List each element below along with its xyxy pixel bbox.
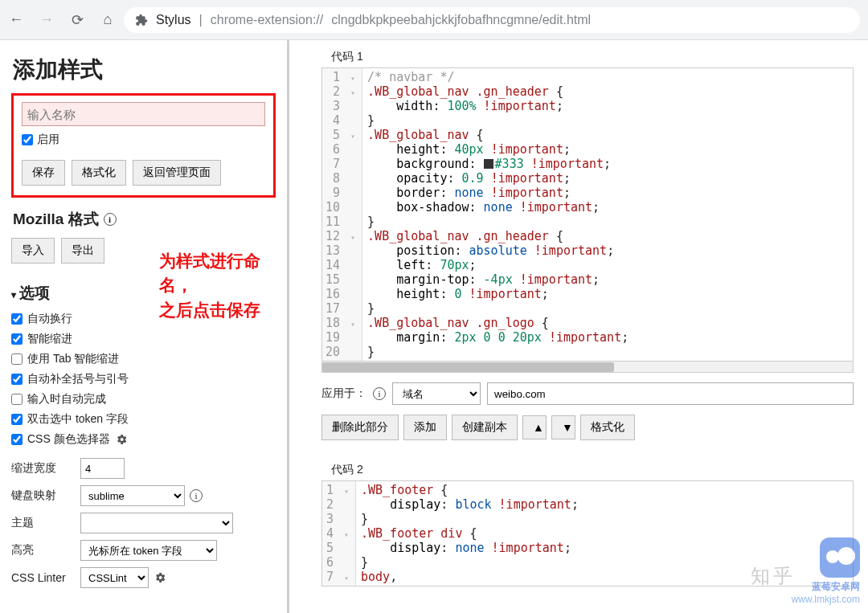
option-label: 双击选中 token 字段 <box>27 412 129 427</box>
addr-sep: | <box>199 13 203 27</box>
addr-path: clngdbkpkpeebahjckkjfobafhncgmne/edit.ht… <box>331 13 591 27</box>
address-bar[interactable]: Stylus | chrome-extension://clngdbkpkpee… <box>124 7 860 33</box>
move-down-button[interactable]: ▼ <box>551 415 575 439</box>
option-label: 使用 Tab 智能缩进 <box>27 352 119 366</box>
indent-label: 缩进宽度 <box>11 461 74 476</box>
highlight-select[interactable]: 光标所在 token 字段 <box>80 540 217 561</box>
linter-label: CSS Linter <box>11 571 74 584</box>
option-label: 智能缩进 <box>27 332 72 346</box>
watermark: 蓝莓安卓网 www.lmkjst.com <box>792 537 860 605</box>
option-label: CSS 颜色选择器 <box>27 432 110 447</box>
option-row: 双击选中 token 字段 <box>11 412 276 427</box>
gear-icon[interactable] <box>154 571 166 584</box>
highlight-box: 启用 保存 格式化 返回管理页面 <box>11 93 276 198</box>
code2-label: 代码 2 <box>331 463 854 477</box>
format-section-button[interactable]: 格式化 <box>580 415 635 440</box>
keymap-label: 键盘映射 <box>11 488 74 503</box>
annotation-text: 为样式进行命名， 之后点击保存 <box>159 249 287 322</box>
content-area: 代码 1 1 ▾2 ▾3 4 5 ▾6 7 8 9 10 11 12 ▾13 1… <box>289 40 868 613</box>
page-title: 添加样式 <box>13 55 276 85</box>
addr-prefix: chrome-extension:// <box>211 13 324 27</box>
option-row: CSS 颜色选择器 <box>11 432 276 447</box>
option-checkbox[interactable] <box>11 394 23 405</box>
option-row: 智能缩进 <box>11 332 276 346</box>
enable-checkbox[interactable] <box>22 134 33 145</box>
option-checkbox[interactable] <box>11 313 23 325</box>
watermark-faint: 知乎 <box>751 563 796 589</box>
move-up-button[interactable]: ▲ <box>522 415 547 439</box>
scope-select[interactable]: 域名 <box>392 382 481 405</box>
option-row: 自动补全括号与引号 <box>11 372 276 386</box>
indent-input[interactable] <box>80 458 125 479</box>
info-icon[interactable]: i <box>104 213 117 226</box>
import-button[interactable]: 导入 <box>11 238 55 264</box>
apply-info-icon[interactable]: i <box>373 387 386 400</box>
add-section-button[interactable]: 添加 <box>403 415 447 440</box>
option-label: 自动补全括号与引号 <box>27 372 129 386</box>
linter-select[interactable]: CSSLint <box>80 567 149 588</box>
option-row: 使用 Tab 智能缩进 <box>11 352 276 366</box>
option-checkbox[interactable] <box>11 414 23 425</box>
highlight-label: 高亮 <box>11 543 74 558</box>
option-checkbox[interactable] <box>11 374 23 385</box>
clone-section-button[interactable]: 创建副本 <box>452 415 518 440</box>
option-row: 输入时自动完成 <box>11 392 276 407</box>
back-button[interactable]: 返回管理页面 <box>133 160 221 186</box>
option-label: 自动换行 <box>27 312 72 326</box>
home-icon[interactable]: ⌂ <box>100 12 116 28</box>
browser-toolbar: ← → ⟳ ⌂ Stylus | chrome-extension://clng… <box>0 0 868 40</box>
option-checkbox[interactable] <box>11 434 23 445</box>
watermark-logo-icon <box>820 537 860 578</box>
keymap-select[interactable]: sublime <box>80 485 185 506</box>
back-icon[interactable]: ← <box>8 12 24 28</box>
format-button[interactable]: 格式化 <box>72 160 126 186</box>
code1-label: 代码 1 <box>331 50 854 64</box>
apply-label: 应用于： <box>321 386 366 401</box>
export-button[interactable]: 导出 <box>61 238 104 264</box>
reload-icon[interactable]: ⟳ <box>69 12 85 28</box>
keymap-info-icon[interactable]: i <box>190 489 203 502</box>
forward-icon[interactable]: → <box>39 12 55 28</box>
option-label: 输入时自动完成 <box>27 392 106 407</box>
mozilla-heading: Mozilla 格式 <box>13 209 99 230</box>
save-button[interactable]: 保存 <box>22 160 65 186</box>
sidebar: 添加样式 启用 保存 格式化 返回管理页面 Mozilla 格式 i 导入 导出… <box>0 40 289 613</box>
editor1-scrollbar[interactable] <box>321 362 854 373</box>
option-checkbox[interactable] <box>11 333 23 345</box>
nav-icons: ← → ⟳ ⌂ <box>8 12 116 28</box>
theme-label: 主题 <box>11 516 74 530</box>
domain-input[interactable] <box>487 382 854 405</box>
option-checkbox[interactable] <box>11 353 23 365</box>
style-name-input[interactable] <box>22 102 265 126</box>
theme-select[interactable] <box>80 513 233 533</box>
addr-app: Stylus <box>156 13 191 27</box>
extension-icon <box>135 14 148 27</box>
code-editor-1[interactable]: 1 ▾2 ▾3 4 5 ▾6 7 8 9 10 11 12 ▾13 14 15 … <box>321 67 854 362</box>
delete-section-button[interactable]: 删除此部分 <box>321 415 399 440</box>
gear-icon[interactable] <box>115 433 128 446</box>
enable-label: 启用 <box>37 133 59 147</box>
